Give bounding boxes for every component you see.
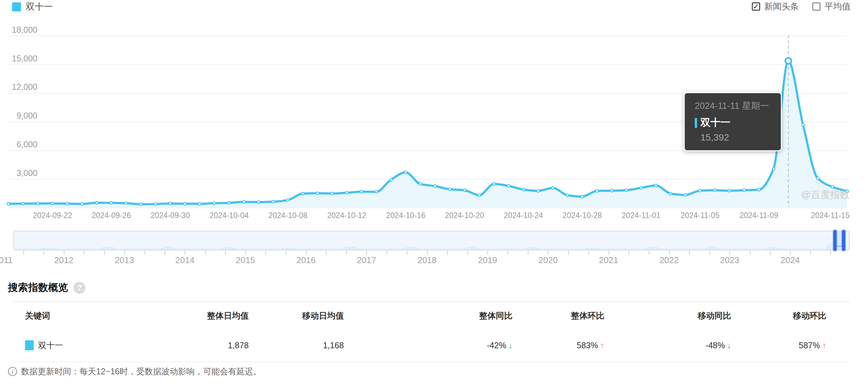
timeline-tick [266, 251, 266, 255]
x-axis-tick-label: 2024-11-01 [622, 211, 660, 220]
x-axis-tick-label: 2024-10-28 [562, 211, 602, 220]
timeline-tick [43, 251, 44, 255]
timeline-tick [730, 251, 730, 255]
timeline-year-label: 2019 [478, 255, 497, 265]
timeline-tick [64, 251, 64, 255]
slider-right-handle[interactable] [841, 229, 846, 251]
x-axis-tick-label: 2024-11-15 [811, 211, 850, 220]
hover-tooltip: 2024-11-11 星期一 双十一 15,392 [684, 92, 782, 151]
timeline-tick [488, 251, 488, 255]
baidu-index-watermark: @百度指数 [801, 188, 849, 202]
timeline-tick [629, 251, 629, 255]
highlighted-point-marker [785, 58, 791, 64]
col-header-keyword: 关键词 [13, 310, 200, 321]
timeline-tick [689, 251, 690, 255]
timeline-tick [23, 251, 24, 255]
timeline-tick [427, 251, 428, 255]
x-axis-tick-label: 2024-10-08 [269, 211, 308, 220]
x-axis-tick-label: 2024-10-24 [504, 211, 543, 220]
timeline-tick [164, 251, 165, 255]
timeline-tick [245, 251, 246, 255]
timeline-tick [467, 251, 468, 255]
col-header-overall-avg: 整体日均值 [200, 310, 249, 321]
y-axis-tick-label: 3,000 [0, 168, 37, 178]
timeline-tick [649, 251, 649, 255]
cell-overall-mom: 583%↑ [513, 340, 604, 350]
timeline-year-label: 2013 [115, 255, 134, 265]
timeline-tick [609, 251, 609, 255]
cell-mobile-avg: 1,168 [249, 340, 344, 350]
timeline-year-label: 2024 [780, 255, 800, 265]
timeline-tick [346, 251, 347, 255]
help-icon[interactable]: ? [73, 282, 86, 294]
timeline-tick [548, 251, 549, 255]
tooltip-series-name: 双十一 [701, 116, 731, 129]
x-axis-tick-label: 2024-10-20 [445, 211, 485, 220]
note-text: 数据更新时间：每天12~16时，受数据波动影响，可能会有延迟。 [21, 366, 261, 377]
trend-down-icon: ↓ [508, 340, 513, 350]
timeline-year-label: 2023 [720, 255, 740, 265]
timeline-tick [185, 251, 185, 255]
keyword-label: 双十一 [38, 340, 63, 351]
x-axis-tick-label: 2024-10-04 [209, 211, 249, 220]
timeline-tick [407, 251, 407, 255]
x-axis-tick-label: 2024-11-09 [740, 211, 778, 220]
timeline-tick [84, 251, 85, 255]
x-axis-tick-label: 2024-09-30 [151, 211, 190, 220]
timeline-tick [104, 251, 105, 255]
col-header-mobile-yoy: 移动同比 [604, 310, 731, 321]
y-axis-tick-label: 9,000 [0, 111, 37, 121]
timeline-year-label: 2014 [175, 255, 195, 265]
y-axis-tick-label: 18,000 [0, 25, 37, 35]
timeline-tick [750, 251, 750, 255]
col-header-mobile-avg: 移动日均值 [249, 310, 344, 321]
timeline-year-label: 2022 [659, 255, 679, 265]
timeline-tick [669, 251, 670, 255]
info-icon: i [8, 367, 17, 376]
timeline-year-label: 2016 [297, 255, 316, 265]
timeline-tick [306, 251, 307, 255]
timeline-tick [568, 251, 569, 255]
keyword-color-swatch [25, 340, 34, 350]
trend-up-icon: ↑ [600, 340, 604, 350]
y-axis-tick-label: 15,000 [0, 54, 37, 63]
trend-value: 587% [799, 340, 820, 350]
timeline-tick [810, 251, 811, 255]
timeline-tick [447, 251, 448, 255]
trend-up-icon: ↑ [822, 340, 827, 350]
cell-overall-avg: 1,878 [200, 340, 249, 350]
tooltip-date: 2024-11-11 星期一 [695, 100, 781, 112]
col-header-overall-mom: 整体环比 [513, 310, 604, 321]
tooltip-value: 15,392 [701, 132, 781, 143]
timeline-tick [145, 251, 145, 255]
timeline-tick [386, 251, 387, 255]
timeline-tick [830, 251, 831, 255]
timeline-tick [225, 251, 226, 255]
date-range-slider-track[interactable] [13, 231, 850, 250]
timeline-tick [770, 251, 771, 255]
timeline-tick [507, 251, 508, 255]
x-axis-tick-label: 2024-09-22 [33, 211, 72, 220]
y-axis-tick-label: 12,000 [0, 82, 37, 92]
x-axis-tick-label: 2024-09-26 [92, 211, 131, 220]
timeline-tick [790, 251, 790, 255]
tooltip-series-bar-icon [695, 118, 697, 128]
trend-down-icon: ↓ [727, 340, 732, 350]
trend-value: -42% [487, 340, 506, 350]
timeline-year-label: 2017 [357, 255, 376, 265]
timeline-tick [326, 251, 327, 255]
x-axis-tick-label: 2024-10-12 [327, 211, 367, 220]
timeline-year-label: 2011 [0, 255, 13, 265]
timeline-year-label: 2021 [599, 255, 618, 265]
y-axis-tick-label: 6,000 [0, 140, 37, 149]
timeline-tick [528, 251, 528, 255]
col-header-mobile-mom: 移动环比 [731, 310, 826, 321]
timeline-tick [124, 251, 125, 255]
overview-title: 搜索指数概览 [8, 281, 68, 295]
timeline-year-label: 2018 [417, 255, 437, 265]
cell-mobile-yoy: -48%↓ [604, 340, 731, 350]
x-axis-tick-label: 2024-11-05 [681, 211, 719, 220]
keyword-cell[interactable]: 双十一 [25, 340, 200, 351]
slider-left-handle[interactable] [833, 229, 837, 251]
trend-value: 583% [577, 340, 598, 350]
